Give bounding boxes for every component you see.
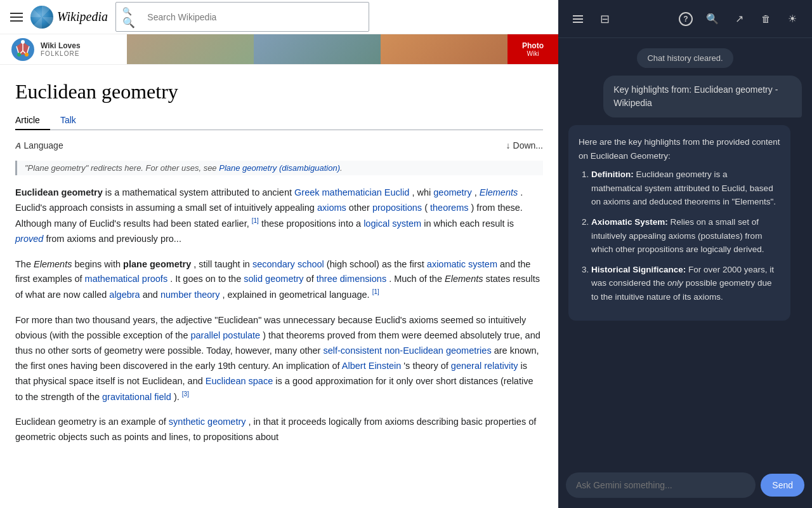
- link-algebra[interactable]: algebra: [109, 290, 140, 300]
- svg-point-2: [25, 53, 29, 57]
- download-label: Down...: [513, 140, 543, 150]
- menu-button[interactable]: [10, 13, 23, 22]
- link-proved[interactable]: proved: [15, 234, 43, 244]
- gemini-chat-area: Chat history cleared. Key highlights fro…: [558, 38, 812, 465]
- search-input[interactable]: [147, 12, 362, 22]
- svg-point-1: [17, 53, 21, 57]
- paragraph-3: For more than two thousand years, the ad…: [15, 313, 543, 404]
- question-icon: ?: [679, 12, 693, 26]
- link-elements[interactable]: Elements: [480, 187, 518, 197]
- response-item-2: Axiomatic System: Relies on a small set …: [591, 215, 780, 257]
- banner-red-content: Photo Wiki: [522, 41, 544, 57]
- wiki-topbar: Wikipedia 🔍: [0, 0, 558, 34]
- link-theorems[interactable]: theorems: [430, 203, 468, 213]
- response-item-1: Definition: Euclidean geometry is a math…: [591, 168, 780, 209]
- theme-icon-button[interactable]: ☀: [780, 7, 804, 31]
- link-albert-einstein[interactable]: Albert Einstein: [342, 361, 402, 371]
- gemini-response: Here are the key highlights from the pro…: [568, 125, 790, 321]
- banner-logo: [10, 37, 36, 62]
- link-axioms[interactable]: axioms: [317, 203, 346, 213]
- download-icon: ↓: [506, 140, 511, 150]
- link-geometry[interactable]: geometry: [433, 187, 471, 197]
- gemini-panel: ⊟ ? 🔍 ↗ 🗑 ☀ Chat history cleared. Key hi…: [558, 0, 812, 508]
- search-g-icon: 🔍: [706, 13, 719, 25]
- gemini-toolbar-right-icons: ? 🔍 ↗ 🗑 ☀: [674, 7, 804, 31]
- cite-1[interactable]: [1]: [252, 217, 259, 224]
- delete-icon: 🗑: [761, 13, 771, 24]
- cite-3[interactable]: [3]: [182, 391, 189, 398]
- wiki-article-content: Euclidean geometry Article Talk A Langua…: [0, 65, 558, 508]
- response-intro: Here are the key highlights from the pro…: [579, 135, 780, 163]
- article-title: Euclidean geometry: [15, 80, 543, 104]
- link-secondary-school[interactable]: secondary school: [252, 259, 324, 269]
- banner-img-2: [254, 34, 381, 64]
- hamburger-icon: [573, 15, 583, 23]
- tab-talk[interactable]: Talk: [60, 111, 86, 130]
- gemini-toolbar-icons: ⊟: [566, 7, 617, 31]
- language-icon: A: [15, 141, 21, 150]
- response-item-1-title: Definition:: [591, 170, 634, 179]
- banner-img-3: [381, 34, 508, 64]
- wikipedia-logo[interactable]: Wikipedia: [30, 6, 108, 29]
- article-actions: A Language ↓ Down...: [15, 140, 543, 150]
- link-euclidean-space[interactable]: Euclidean space: [206, 376, 273, 386]
- link-parallel-postulate[interactable]: parallel postulate: [190, 330, 260, 340]
- wiki-loves-text: Wiki Loves: [41, 41, 81, 50]
- wiki-search-bar[interactable]: 🔍: [115, 2, 369, 32]
- wikipedia-panel: Wikipedia 🔍 Wiki Loves F: [0, 0, 558, 508]
- link-gravitational-field[interactable]: gravitational field: [102, 392, 171, 402]
- wikipedia-globe-icon: [30, 6, 53, 29]
- link-three-dimensions[interactable]: three dimensions: [317, 274, 386, 284]
- download-button[interactable]: ↓ Down...: [506, 140, 543, 150]
- link-axiomatic-system[interactable]: axiomatic system: [427, 259, 497, 269]
- chat-cleared-message: Chat history cleared.: [637, 48, 733, 68]
- paragraph-2: The Elements begins with plane geometry …: [15, 257, 543, 304]
- response-item-3: Historical Significance: For over 2000 y…: [591, 263, 780, 304]
- link-greek-mathematician[interactable]: Greek mathematician Euclid: [294, 187, 409, 197]
- question-icon-button[interactable]: ?: [674, 7, 698, 31]
- link-general-relativity[interactable]: general relativity: [451, 361, 518, 371]
- redirect-link[interactable]: Plane geometry (disambiguation): [219, 163, 340, 173]
- response-item-2-title: Axiomatic System:: [591, 217, 668, 227]
- banner-red[interactable]: Photo Wiki: [508, 34, 558, 64]
- article-body: Euclidean geometry is a mathematical sys…: [15, 185, 543, 445]
- link-solid-geometry[interactable]: solid geometry: [244, 274, 303, 284]
- delete-icon-button[interactable]: 🗑: [754, 7, 778, 31]
- response-list: Definition: Euclidean geometry is a math…: [579, 168, 780, 304]
- sun-icon: ☀: [788, 13, 797, 25]
- share-icon-button[interactable]: ↗: [727, 7, 751, 31]
- response-item-3-italic: only: [667, 278, 683, 288]
- share-icon: ↗: [735, 13, 743, 25]
- send-button[interactable]: Send: [761, 474, 804, 497]
- list-icon-button[interactable]: ⊟: [593, 7, 617, 31]
- gemini-toolbar: ⊟ ? 🔍 ↗ 🗑 ☀: [558, 0, 812, 38]
- language-label: Language: [23, 140, 63, 150]
- link-logical-system[interactable]: logical system: [363, 218, 421, 229]
- redirect-note: "Plane geometry" redirects here. For oth…: [15, 161, 543, 175]
- euclidean-geometry-bold: Euclidean geometry: [15, 187, 103, 197]
- banner-left: Wiki Loves FOLKLORE: [0, 34, 127, 64]
- response-item-3-title: Historical Significance:: [591, 265, 686, 274]
- paragraph-4: Euclidean geometry is an example of synt…: [15, 415, 543, 445]
- link-non-euclidean[interactable]: self-consistent non-Euclidean geometries: [323, 345, 491, 356]
- wikipedia-wordmark: Wikipedia: [57, 10, 108, 24]
- article-tabs: Article Talk: [15, 111, 543, 130]
- link-propositions[interactable]: propositions: [372, 203, 422, 213]
- cite-1b[interactable]: [1]: [372, 288, 379, 295]
- link-mathematical-proofs[interactable]: mathematical proofs: [85, 274, 168, 284]
- user-message: Key highlights from: Euclidean geometry …: [603, 76, 802, 117]
- wiki-banner: Wiki Loves FOLKLORE Photo Wiki: [0, 34, 558, 65]
- banner-text: Wiki Loves FOLKLORE: [41, 41, 81, 57]
- menu-icon-button[interactable]: [566, 7, 590, 31]
- link-synthetic-geometry[interactable]: synthetic geometry: [169, 417, 246, 427]
- tab-article[interactable]: Article: [15, 111, 50, 130]
- language-button[interactable]: A Language: [15, 140, 63, 150]
- svg-point-3: [21, 40, 25, 44]
- search-icon: 🔍: [122, 5, 142, 29]
- search-icon-button[interactable]: 🔍: [700, 7, 724, 31]
- folklore-text: FOLKLORE: [41, 50, 81, 57]
- banner-images: [127, 34, 508, 64]
- gemini-input-area: Send: [558, 465, 812, 508]
- link-number-theory[interactable]: number theory: [160, 290, 220, 300]
- gemini-input[interactable]: [566, 472, 756, 498]
